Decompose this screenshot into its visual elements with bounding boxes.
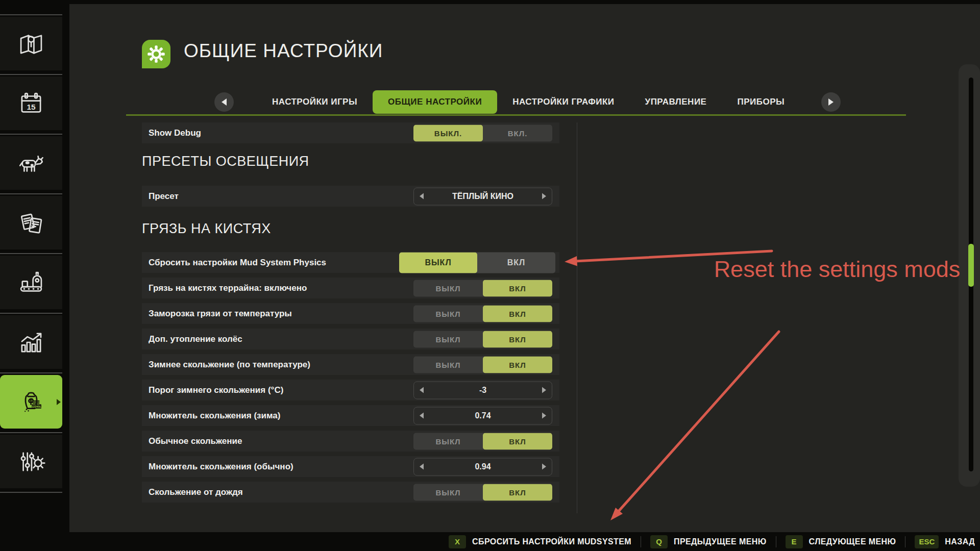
tab-controls[interactable]: УПРАВЛЕНИЕ (630, 90, 722, 114)
setting-row-reset-mudsystem: Сбросить настройки Mud System Physics ВЫ… (142, 252, 559, 273)
keybind-label: СБРОСИТЬ НАСТРОЙКИ MUDSYSTEM (472, 537, 631, 546)
setting-row-normal-slip: Обычное скольжение ВЫКЛ ВКЛ (142, 431, 559, 452)
toggle: ВЫКЛ ВКЛ (413, 433, 552, 449)
setting-row-wheel-sink: Доп. утопление колёс ВЫКЛ ВКЛ (142, 329, 559, 349)
sidebar-divider (0, 134, 62, 135)
toggle: ВЫКЛ ВКЛ (413, 484, 552, 500)
toggle-off-button[interactable]: ВЫКЛ. (413, 124, 483, 141)
setting-label: Доп. утопление колёс (149, 334, 242, 344)
stepper: -3 (413, 381, 552, 399)
sidebar-item-mod-settings[interactable] (0, 435, 62, 488)
tab-graphics-settings[interactable]: НАСТРОЙКИ ГРАФИКИ (497, 90, 629, 114)
keybind-separator (776, 536, 776, 547)
toggle-on-button[interactable]: ВКЛ (483, 280, 552, 296)
sidebar-item-statistics[interactable] (0, 315, 62, 369)
stepper-prev-button[interactable] (420, 413, 424, 419)
toggle: ВЫКЛ ВКЛ (413, 280, 552, 296)
toggle-on-button[interactable]: ВКЛ (483, 356, 552, 373)
stepper-prev-button[interactable] (420, 193, 424, 199)
stepper-next-button[interactable] (542, 464, 546, 470)
stepper-prev-button[interactable] (420, 387, 424, 393)
toggle-on-button[interactable]: ВКЛ (483, 305, 552, 322)
toggle-off-button[interactable]: ВЫКЛ (413, 280, 483, 296)
chevron-left-icon (222, 98, 227, 106)
setting-row-slip-mult-winter: Множитель скольжения (зима) 0.74 (142, 405, 559, 426)
setting-label: Порог зимнего скольжения (°C) (149, 385, 283, 395)
stepper-value: 0.74 (424, 411, 542, 420)
setting-label: Заморозка грязи от температуры (149, 309, 292, 319)
toggle-off-button[interactable]: ВЫКЛ (413, 484, 483, 500)
setting-label: Обычное скольжение (149, 436, 242, 446)
tab-underline (126, 114, 906, 116)
setting-row-mud-freeze: Заморозка грязи от температуры ВЫКЛ ВКЛ (142, 303, 559, 324)
stepper: 0.94 (413, 458, 552, 475)
toggle-on-button[interactable]: ВКЛ (477, 252, 555, 273)
stepper-prev-button[interactable] (420, 464, 424, 470)
section-title-mud-on-brushes: ГРЯЗЬ НА КИСТЯХ (142, 221, 271, 237)
tab-general-settings[interactable]: ОБЩИЕ НАСТРОЙКИ (373, 90, 497, 114)
annotation-arrow-line (618, 332, 779, 512)
setting-label: Зимнее скольжение (по температуре) (149, 360, 310, 370)
tab-devices[interactable]: ПРИБОРЫ (722, 90, 800, 114)
sidebar-item-map[interactable] (0, 17, 62, 70)
tab-game-settings[interactable]: НАСТРОЙКИ ИГРЫ (257, 90, 373, 114)
toggle-on-button[interactable]: ВКЛ (483, 433, 552, 449)
tab-bar: НАСТРОЙКИ ИГРЫ ОБЩИЕ НАСТРОЙКИ НАСТРОЙКИ… (214, 90, 841, 114)
stepper-next-button[interactable] (542, 387, 546, 393)
show-debug-toggle: ВЫКЛ. ВКЛ. (413, 124, 552, 141)
keybind-separator (905, 536, 905, 547)
setting-row-winter-slip-threshold: Порог зимнего скольжения (°C) -3 (142, 380, 559, 400)
keybind-label: ПРЕДЫДУЩЕЕ МЕНЮ (674, 537, 767, 546)
stepper-next-button[interactable] (542, 413, 546, 419)
setting-row-slip-mult-normal: Множитель скольжения (обычно) 0.94 (142, 456, 559, 477)
sidebar-divider (0, 372, 62, 373)
sidebar-divider (0, 492, 62, 493)
toggle-off-button[interactable]: ВЫКЛ (413, 305, 483, 322)
contracts-icon (16, 208, 46, 238)
setting-label: Пресет (149, 191, 179, 202)
keybind-previous-menu[interactable]: Q ПРЕДЫДУЩЕЕ МЕНЮ (650, 535, 767, 548)
page-title: ОБЩИЕ НАСТРОЙКИ (184, 40, 383, 62)
tabs-prev-button[interactable] (214, 92, 234, 112)
top-frame (0, 0, 980, 4)
stepper-next-button[interactable] (542, 193, 546, 199)
toggle-off-button[interactable]: ВЫКЛ (413, 433, 483, 449)
keybind-back[interactable]: ESC НАЗАД (915, 535, 975, 548)
toggle-on-button[interactable]: ВКЛ (483, 331, 552, 347)
column-divider (577, 122, 577, 513)
sidebar-item-production[interactable] (0, 256, 62, 309)
stepper-value: ТЁПЛЫЙ КИНО (424, 192, 542, 201)
setting-label: Множитель скольжения (обычно) (149, 462, 293, 472)
setting-row-rain-slip: Скольжение от дождя ВЫКЛ ВКЛ (142, 482, 559, 503)
setting-label: Show Debug (149, 128, 201, 138)
keybind-label: НАЗАД (945, 537, 975, 546)
toggle-off-button[interactable]: ВЫКЛ (413, 331, 483, 347)
toggle: ВЫКЛ ВКЛ (399, 252, 555, 273)
sidebar-item-contracts[interactable] (0, 196, 62, 249)
chevron-right-icon (828, 98, 834, 106)
sidebar-item-mud-prices[interactable]: 12345L (0, 375, 62, 429)
scrollbar-thumb[interactable] (968, 244, 974, 287)
sidebar-divider (0, 14, 62, 15)
sidebar-divider (0, 193, 62, 194)
sidebar-divider (0, 253, 62, 254)
statistics-icon (16, 328, 46, 357)
toggle: ВЫКЛ ВКЛ (413, 356, 552, 373)
setting-row-preset: Пресет ТЁПЛЫЙ КИНО (142, 186, 559, 207)
keybind-reset-mudsystem[interactable]: X СБРОСИТЬ НАСТРОЙКИ MUDSYSTEM (449, 535, 631, 548)
setting-label: Множитель скольжения (зима) (149, 411, 280, 421)
keybind-next-menu[interactable]: E СЛЕДУЮЩЕЕ МЕНЮ (786, 535, 896, 548)
toggle: ВЫКЛ ВКЛ (413, 331, 552, 347)
toggle-off-button[interactable]: ВЫКЛ (399, 252, 477, 273)
sidebar-divider (0, 313, 62, 314)
toggle-on-button[interactable]: ВКЛ (483, 484, 552, 500)
toggle: ВЫКЛ ВКЛ (413, 305, 552, 322)
tabs-next-button[interactable] (821, 92, 841, 112)
toggle-off-button[interactable]: ВЫКЛ (413, 356, 483, 373)
key-q-badge: Q (650, 535, 668, 548)
sidebar-item-calendar[interactable]: 15 (0, 77, 62, 130)
key-e-badge: E (786, 535, 803, 548)
toggle-on-button[interactable]: ВКЛ. (483, 124, 552, 141)
sidebar-item-animals[interactable] (0, 136, 62, 190)
active-pointer-icon (57, 399, 61, 405)
